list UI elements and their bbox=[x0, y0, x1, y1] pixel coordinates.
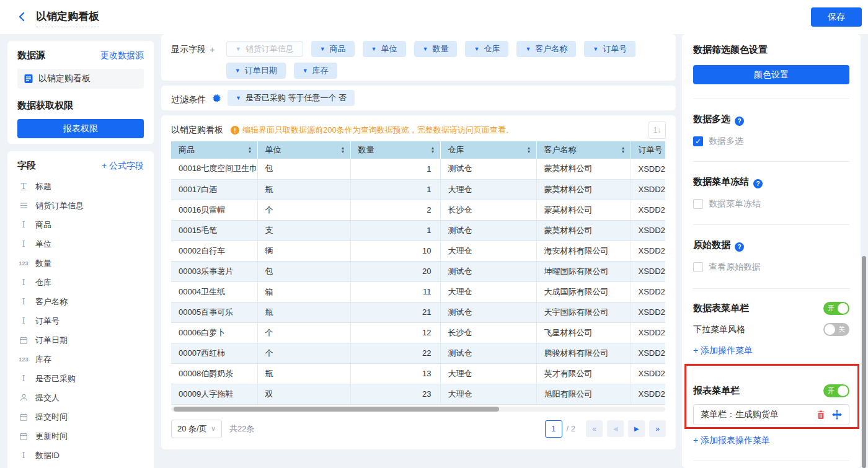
trash-icon[interactable] bbox=[816, 410, 826, 420]
move-icon[interactable] bbox=[832, 410, 842, 420]
document-icon bbox=[24, 74, 33, 84]
warning-icon: ! bbox=[231, 126, 239, 135]
field-item[interactable]: I单位 bbox=[17, 234, 144, 254]
display-field-chip[interactable]: ▼商品 bbox=[311, 41, 355, 57]
column-header[interactable]: 单位▲▼ bbox=[257, 141, 350, 159]
multi-select-checkbox[interactable]: ✓ bbox=[693, 136, 703, 146]
report-permission-button[interactable]: 报表权限 bbox=[17, 119, 144, 138]
column-header-label: 数量 bbox=[358, 144, 374, 156]
field-item[interactable]: 销货订单信息 bbox=[17, 196, 144, 215]
display-field-chip[interactable]: ▼库存 bbox=[294, 63, 337, 79]
back-icon[interactable] bbox=[16, 11, 29, 23]
prev-page-icon[interactable]: ◀ bbox=[607, 420, 624, 437]
table-cell: 23 bbox=[350, 384, 440, 404]
table-menubar-toggle[interactable]: 开 bbox=[823, 302, 849, 315]
page-vertical-scrollbar[interactable] bbox=[862, 256, 866, 468]
menu-freeze-checkbox[interactable] bbox=[693, 199, 703, 209]
raw-data-checkbox[interactable] bbox=[693, 262, 703, 272]
help-icon[interactable]: ? bbox=[735, 117, 744, 126]
help-icon[interactable]: ? bbox=[753, 179, 763, 188]
table-cell: 11 bbox=[350, 281, 440, 302]
table-row[interactable]: 00005百事可乐瓶21测试仓天宇国际有限公司XSDD20 bbox=[171, 302, 665, 322]
sort-arrows-icon[interactable]: ▲▼ bbox=[431, 146, 435, 154]
sort-arrows-icon[interactable]: ▲▼ bbox=[341, 146, 345, 154]
filter-panel: 过滤条件 ▼ 是否已采购 等于任意一个 否 bbox=[161, 86, 676, 110]
column-header[interactable]: 订单号 bbox=[631, 141, 665, 159]
field-item[interactable]: I商品 bbox=[17, 215, 144, 234]
field-item-label: 客户名称 bbox=[35, 296, 68, 307]
table-cell: 00006白萝卜 bbox=[171, 322, 257, 343]
display-field-chip[interactable]: ▼数量 bbox=[414, 41, 458, 57]
table-row[interactable]: 00015毛笔支1测试仓蒙莫材料公司XSDD20 bbox=[171, 220, 665, 241]
page-size-select[interactable]: 20 条/页 ∨ bbox=[171, 420, 222, 438]
field-item[interactable]: 订单日期 bbox=[17, 330, 144, 350]
display-field-chip[interactable]: ▼订单日期 bbox=[226, 63, 286, 79]
field-item[interactable]: 更新时间 bbox=[17, 426, 144, 446]
change-datasource-link[interactable]: 更改数据源 bbox=[100, 50, 144, 61]
field-list: T标题销货订单信息I商品I单位123数量I仓库I客户名称I订单号订单日期123库… bbox=[17, 177, 144, 465]
add-formula-field-link[interactable]: + 公式字段 bbox=[102, 161, 144, 172]
display-field-chip[interactable]: ▼单位 bbox=[363, 41, 406, 57]
gear-icon[interactable] bbox=[212, 94, 221, 103]
chevron-down-icon: ▼ bbox=[525, 46, 531, 52]
horizontal-scrollbar[interactable] bbox=[171, 407, 665, 412]
last-page-icon[interactable]: » bbox=[649, 420, 666, 437]
table-row[interactable]: 00018七度空间卫生巾包1测试仓蒙莫材料公司XSDD20 bbox=[171, 159, 665, 179]
field-item[interactable]: 提交人 bbox=[17, 388, 144, 407]
first-page-icon[interactable]: « bbox=[586, 420, 603, 437]
filter-condition-chip[interactable]: ▼ 是否已采购 等于任意一个 否 bbox=[228, 90, 355, 106]
display-field-chip-label: 订单号 bbox=[603, 43, 627, 55]
table-row[interactable]: 00009人字拖鞋双23大理仓旭阳有限公司XSDD20 bbox=[171, 384, 665, 404]
table-row[interactable]: 00017白酒瓶1大理仓蒙莫材料公司XSDD20 bbox=[171, 179, 665, 200]
current-page-input[interactable]: 1 bbox=[545, 420, 562, 438]
table-row[interactable]: 00006白萝卜个12长沙仓飞星材料公司XSDD20 bbox=[171, 322, 665, 343]
sort-arrows-icon[interactable]: ▲▼ bbox=[527, 146, 531, 154]
table-row[interactable]: 00004卫生纸箱11大理仓大成国际有限公司XSDD20 bbox=[171, 281, 665, 302]
table-row[interactable]: 00007西红柿个22测试仓腾骏材料有限公司XSDD20 bbox=[171, 343, 665, 363]
color-settings-button[interactable]: 颜色设置 bbox=[693, 65, 849, 84]
table-cell: 箱 bbox=[257, 281, 350, 302]
column-header[interactable]: 商品▲▼ bbox=[171, 141, 257, 159]
table-cell: 蒙莫材料公司 bbox=[536, 159, 631, 179]
multi-select-checkbox-label: 数据多选 bbox=[709, 136, 743, 147]
table-row[interactable]: 00008伯爵奶茶瓶13大理仓英才有限公司XSDD20 bbox=[171, 363, 665, 384]
table-cell: 个 bbox=[257, 322, 350, 343]
field-item[interactable]: I客户名称 bbox=[17, 292, 144, 311]
sort-order-button[interactable]: 1↓ bbox=[649, 121, 666, 139]
table-row[interactable]: 00002自行车辆10大理仓海安材料有限公司XSDD20 bbox=[171, 241, 665, 261]
field-item[interactable]: T标题 bbox=[17, 177, 144, 196]
display-field-chip[interactable]: ▼订单号 bbox=[584, 41, 636, 57]
table-row[interactable]: 00003乐事薯片包20测试仓坤曜国际有限公司XSDD20 bbox=[171, 261, 665, 281]
display-field-chip[interactable]: ▼销货订单信息 bbox=[226, 41, 303, 57]
field-item[interactable]: 提交时间 bbox=[17, 407, 144, 426]
field-item[interactable]: I订单号 bbox=[17, 311, 144, 330]
dropdown-style-toggle[interactable]: 关 bbox=[823, 323, 849, 336]
add-report-action-menu-link[interactable]: + 添加报表操作菜单 bbox=[693, 435, 770, 446]
report-menu-item[interactable]: 菜单栏：生成购货单 bbox=[693, 404, 849, 425]
sort-arrows-icon[interactable]: ▲▼ bbox=[621, 146, 626, 154]
save-button[interactable]: 保存 bbox=[811, 7, 862, 27]
column-header-label: 仓库 bbox=[448, 144, 464, 156]
column-header[interactable]: 数量▲▼ bbox=[350, 141, 440, 159]
sort-arrows-icon[interactable]: ▲▼ bbox=[248, 146, 252, 154]
report-menubar-toggle[interactable]: 开 bbox=[823, 384, 849, 397]
field-item-label: 更新时间 bbox=[35, 431, 68, 442]
help-icon[interactable]: ? bbox=[735, 242, 744, 252]
datasource-item[interactable]: 以销定购看板 bbox=[17, 69, 144, 89]
column-header[interactable]: 仓库▲▼ bbox=[440, 141, 536, 159]
add-display-field-icon[interactable]: + bbox=[210, 44, 215, 74]
field-item[interactable]: I是否已采购 bbox=[17, 369, 144, 388]
field-item[interactable]: I数据ID bbox=[17, 446, 144, 465]
field-item[interactable]: 123库存 bbox=[17, 350, 144, 369]
next-page-icon[interactable]: ▶ bbox=[628, 420, 645, 437]
field-item[interactable]: I仓库 bbox=[17, 273, 144, 292]
field-item-label: 提交时间 bbox=[35, 412, 68, 423]
field-item[interactable]: 123数量 bbox=[17, 254, 144, 273]
display-field-chip[interactable]: ▼仓库 bbox=[465, 41, 508, 57]
table-row[interactable]: 00016贝雷帽个2长沙仓蒙莫材料公司XSDD20 bbox=[171, 200, 665, 220]
add-action-menu-link[interactable]: + 添加操作菜单 bbox=[693, 345, 753, 356]
horizontal-scrollbar-thumb[interactable] bbox=[174, 407, 499, 412]
column-header[interactable]: 客户名称▲▼ bbox=[536, 141, 631, 159]
display-field-chip[interactable]: ▼客户名称 bbox=[516, 41, 576, 57]
column-header-label: 客户名称 bbox=[544, 144, 577, 156]
